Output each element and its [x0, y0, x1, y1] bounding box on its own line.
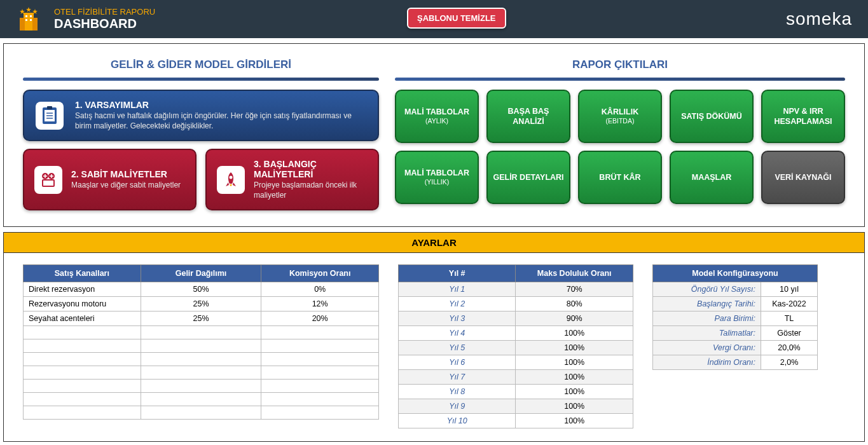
cell[interactable]: 25%: [141, 312, 261, 326]
cell[interactable]: [24, 406, 141, 420]
cell[interactable]: 100%: [516, 355, 633, 370]
table-header: Komisyon Oranı: [261, 265, 379, 282]
report-sublabel: (YILLIK): [425, 178, 450, 187]
cell[interactable]: [141, 339, 261, 353]
report-button[interactable]: MALİ TABLOLAR(AYLIK): [395, 90, 479, 143]
cell[interactable]: 100%: [516, 414, 633, 428]
cell[interactable]: 100%: [516, 326, 633, 341]
cell[interactable]: 100%: [516, 341, 633, 355]
cell[interactable]: Seyahat acenteleri: [24, 312, 141, 326]
cell[interactable]: 70%: [516, 282, 633, 297]
cell[interactable]: [141, 353, 261, 366]
report-button[interactable]: BRÜT KÂR: [578, 151, 662, 204]
config-value[interactable]: 10 yıl: [761, 282, 818, 297]
cell[interactable]: [24, 353, 141, 366]
config-value[interactable]: Göster: [761, 326, 818, 341]
config-header: Model Konfigürasyonu: [653, 265, 818, 282]
table-row: Yıl 280%: [399, 297, 633, 312]
config-label: İndirim Oranı:: [653, 355, 761, 370]
settings-panel: Satış KanallarıGelir DağılımıKomisyon Or…: [3, 253, 865, 442]
brand-logo: someka: [786, 9, 852, 29]
fixed-costs-card[interactable]: 2. SABİT MALİYETLER Maaşlar ve diğer sab…: [23, 149, 196, 210]
cell[interactable]: [261, 406, 379, 420]
svg-rect-1: [20, 18, 25, 31]
report-button[interactable]: MAAŞLAR: [670, 151, 754, 204]
cell[interactable]: 100%: [516, 399, 633, 414]
report-label: KÂRLILIK: [602, 107, 638, 117]
svg-rect-12: [47, 106, 52, 109]
cell[interactable]: 25%: [141, 297, 261, 312]
cell[interactable]: 20%: [261, 312, 379, 326]
report-label: VERİ KAYNAĞI: [775, 172, 831, 182]
report-button[interactable]: VERİ KAYNAĞI: [761, 151, 845, 204]
cell[interactable]: [24, 366, 141, 380]
table-row: Yıl 390%: [399, 312, 633, 326]
settings-title: AYARLAR: [3, 232, 865, 253]
config-value[interactable]: 2,0%: [761, 355, 818, 370]
report-button[interactable]: BAŞA BAŞ ANALİZİ: [486, 90, 570, 143]
cell[interactable]: [24, 326, 141, 339]
cell[interactable]: [141, 326, 261, 339]
config-value[interactable]: Kas-2022: [761, 297, 818, 312]
config-value[interactable]: 20,0%: [761, 341, 818, 355]
report-sublabel: (EBITDA): [606, 117, 635, 126]
cell[interactable]: [261, 393, 379, 406]
table-row: Yıl 5100%: [399, 341, 633, 355]
table-row: [24, 406, 379, 420]
svg-rect-4: [30, 15, 32, 17]
cell[interactable]: [141, 366, 261, 380]
header-subtitle: OTEL FİZİBİLİTE RAPORU: [54, 7, 155, 17]
report-button[interactable]: GELİR DETAYLARI: [486, 151, 570, 204]
table-row: [24, 366, 379, 380]
cell[interactable]: 100%: [516, 385, 633, 399]
rocket-icon: [217, 166, 245, 194]
occupancy-table: Yıl #Maks Doluluk Oranı Yıl 170%Yıl 280%…: [398, 264, 633, 428]
table-row: [24, 393, 379, 406]
assumptions-card[interactable]: 1. VARSAYIMLAR Satış hacmi ve haftalık d…: [23, 90, 379, 141]
table-row: Yıl 8100%: [399, 385, 633, 399]
table-row: [24, 380, 379, 393]
cell[interactable]: [141, 406, 261, 420]
report-button[interactable]: NPV & IRR HESAPLAMASI: [761, 90, 845, 143]
cell: Yıl 10: [399, 414, 516, 428]
cell[interactable]: 90%: [516, 312, 633, 326]
cell: Yıl 8: [399, 385, 516, 399]
costs-icon: [34, 166, 62, 194]
cell[interactable]: 100%: [516, 370, 633, 385]
cell[interactable]: [261, 353, 379, 366]
cell[interactable]: [24, 380, 141, 393]
svg-marker-8: [26, 7, 31, 12]
cell[interactable]: [261, 339, 379, 353]
cell[interactable]: [261, 366, 379, 380]
config-value[interactable]: TL: [761, 312, 818, 326]
cell[interactable]: [24, 339, 141, 353]
cell[interactable]: [141, 380, 261, 393]
card-desc: Projeye başlamadan önceki ilk maliyetler: [254, 181, 368, 200]
cell[interactable]: 0%: [261, 282, 379, 297]
cell[interactable]: 50%: [141, 282, 261, 297]
cell[interactable]: Rezervasyonu motoru: [24, 297, 141, 312]
startup-costs-card[interactable]: 3. BAŞLANGIÇ MALİYETLERİ Projeye başlama…: [205, 149, 379, 210]
cell[interactable]: [261, 380, 379, 393]
cell[interactable]: Direkt rezervasyon: [24, 282, 141, 297]
config-label: Talimatlar:: [653, 326, 761, 341]
svg-rect-2: [32, 18, 38, 31]
outputs-section-title: RAPOR ÇIKTILARI: [395, 53, 845, 78]
config-label: Öngörü Yıl Sayısı:: [653, 282, 761, 297]
report-label: MALİ TABLOLAR: [404, 168, 469, 178]
cell[interactable]: [261, 326, 379, 339]
report-label: BRÜT KÂR: [599, 172, 640, 182]
clear-template-button[interactable]: ŞABLONU TEMİZLE: [407, 8, 506, 29]
cell[interactable]: [141, 393, 261, 406]
cell: Yıl 4: [399, 326, 516, 341]
cell[interactable]: 80%: [516, 297, 633, 312]
table-row: Talimatlar:Göster: [653, 326, 818, 341]
cell[interactable]: [24, 393, 141, 406]
report-button[interactable]: KÂRLILIK(EBITDA): [578, 90, 662, 143]
report-button[interactable]: SATIŞ DÖKÜMÜ: [670, 90, 754, 143]
inputs-section-title: GELİR & GİDER MODEL GİRDİLERİ: [23, 53, 379, 78]
report-button[interactable]: MALİ TABLOLAR(YILLIK): [395, 151, 479, 204]
cell[interactable]: 12%: [261, 297, 379, 312]
svg-rect-3: [25, 15, 27, 17]
config-table: Model Konfigürasyonu Öngörü Yıl Sayısı:1…: [652, 264, 818, 370]
